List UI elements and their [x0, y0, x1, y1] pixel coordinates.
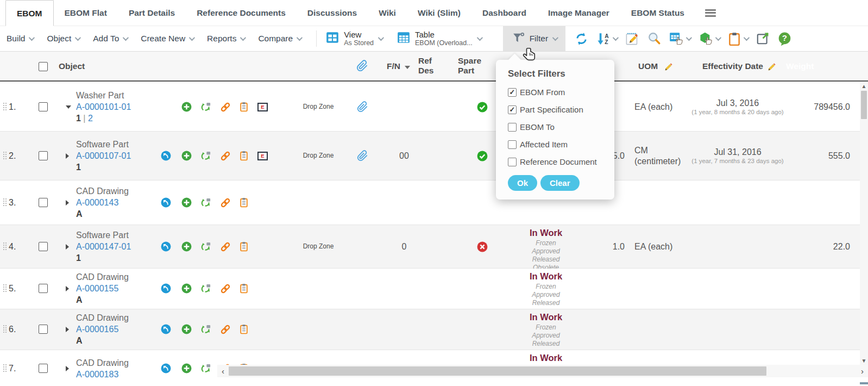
notes-icon[interactable]	[239, 151, 249, 161]
tab-wiki-slim-[interactable]: Wiki (Slim)	[407, 0, 471, 26]
column-header-effectivity-date[interactable]: Effectivity Date	[702, 61, 763, 71]
menu-object[interactable]: Object	[47, 34, 79, 43]
vertical-scrollbar[interactable]: ▲ ▼	[860, 82, 868, 365]
expand-icon[interactable]	[66, 200, 69, 206]
add-item-icon[interactable]	[181, 197, 192, 208]
object-name-link[interactable]: A-0000165	[76, 323, 129, 335]
go-to-icon[interactable]	[161, 324, 171, 334]
filter-button[interactable]: Filter	[503, 26, 565, 51]
drop-zone[interactable]: Drop Zone	[298, 242, 339, 250]
attachment-column-icon[interactable]	[356, 60, 368, 74]
notes-icon[interactable]	[239, 241, 249, 252]
drag-handle-icon[interactable]	[3, 325, 4, 326]
unchecked-checkbox[interactable]	[508, 140, 517, 149]
expand-icon[interactable]	[66, 286, 69, 291]
checked-checkbox[interactable]: ✓	[508, 88, 517, 97]
object-name-link[interactable]: A-0000147-01	[76, 241, 131, 252]
edit-column-pencil-icon[interactable]	[664, 63, 673, 74]
tab-ebom[interactable]: EBOM	[5, 0, 54, 26]
expand-icon[interactable]	[66, 327, 69, 332]
checked-checkbox[interactable]: ✓	[508, 105, 517, 114]
connect-icon[interactable]	[220, 102, 230, 112]
expand-icon[interactable]	[66, 366, 69, 371]
notes-icon[interactable]	[239, 197, 249, 208]
expand-icon[interactable]	[66, 244, 69, 250]
open-window-button[interactable]	[756, 32, 770, 46]
filter-option[interactable]: Reference Document	[508, 157, 608, 166]
object-name-link[interactable]: A-0000155	[76, 283, 129, 294]
horizontal-scroll-thumb[interactable]	[229, 366, 766, 376]
replace-icon[interactable]	[201, 197, 211, 208]
tab-part-details[interactable]: Part Details	[118, 0, 186, 26]
go-to-icon[interactable]	[161, 241, 171, 252]
column-header-fn[interactable]: F/N	[387, 61, 410, 71]
tab-ebom-status[interactable]: EBOM Status	[620, 0, 695, 26]
tab-ebom-flat[interactable]: EBOM Flat	[54, 0, 118, 26]
unchecked-checkbox[interactable]	[508, 123, 517, 132]
row-checkbox[interactable]	[39, 242, 48, 251]
drag-handle-icon[interactable]	[3, 103, 4, 104]
drag-handle-icon[interactable]	[3, 152, 4, 153]
replace-icon[interactable]	[201, 283, 211, 294]
notes-icon[interactable]	[239, 324, 249, 334]
filter-option[interactable]: ✓EBOM From	[508, 88, 608, 97]
tab-image-manager[interactable]: Image Manager	[537, 0, 620, 26]
expand-icon[interactable]	[66, 153, 69, 159]
menu-compare[interactable]: Compare	[258, 34, 301, 43]
unchecked-checkbox[interactable]	[508, 158, 517, 166]
connect-icon[interactable]	[220, 283, 230, 294]
go-to-icon[interactable]	[161, 283, 171, 294]
edit-column-pencil-icon[interactable]	[767, 63, 776, 74]
horizontal-scrollbar[interactable]: ‹ ›	[217, 365, 868, 377]
attachment-icon[interactable]	[357, 150, 368, 164]
scroll-down-icon[interactable]: ▼	[861, 356, 867, 365]
drag-handle-icon[interactable]	[3, 198, 4, 200]
edit-button[interactable]	[625, 32, 639, 46]
tab-reference-documents[interactable]: Reference Documents	[186, 0, 297, 26]
help-button[interactable]: ?	[777, 32, 792, 46]
refresh-button[interactable]	[574, 32, 589, 46]
column-header-object[interactable]: Object	[59, 61, 85, 71]
add-item-icon[interactable]	[181, 283, 192, 294]
connect-icon[interactable]	[220, 151, 230, 161]
connect-icon[interactable]	[220, 324, 230, 334]
view-selector[interactable]: View As Stored	[325, 30, 382, 47]
menu-reports[interactable]: Reports	[207, 34, 244, 43]
tab-dashboard[interactable]: Dashboard	[471, 0, 537, 26]
object-name-link[interactable]: A-0000101-01	[76, 101, 131, 113]
collapse-icon[interactable]	[66, 105, 71, 109]
add-item-icon[interactable]	[181, 102, 192, 112]
filter-option[interactable]: ✓Part Specification	[508, 105, 608, 114]
tabs-overflow-menu-icon[interactable]	[705, 9, 716, 17]
replace-icon[interactable]	[201, 102, 211, 112]
apply-action-button[interactable]	[698, 32, 720, 46]
select-columns-button[interactable]	[669, 32, 690, 46]
object-name-link[interactable]: A-0000107-01	[76, 150, 131, 161]
replace-icon[interactable]	[201, 241, 211, 252]
sort-descending-icon[interactable]	[405, 66, 410, 69]
object-name-link[interactable]: A-0000183	[76, 369, 129, 380]
column-header-ref-des[interactable]: Ref Des	[418, 56, 443, 76]
table-selector[interactable]: Table EBOM (Overload...	[397, 30, 481, 47]
replace-icon[interactable]	[201, 324, 211, 334]
attachment-icon[interactable]	[357, 101, 368, 115]
drop-zone[interactable]: Drop Zone	[298, 103, 339, 110]
connect-icon[interactable]	[220, 241, 230, 252]
add-item-icon[interactable]	[181, 363, 192, 373]
row-checkbox[interactable]	[39, 325, 48, 334]
filter-option[interactable]: Affected Item	[508, 140, 608, 149]
drag-handle-icon[interactable]	[3, 242, 4, 244]
object-name-link[interactable]: A-0000143	[76, 197, 129, 208]
row-checkbox[interactable]	[39, 102, 48, 111]
row-checkbox[interactable]	[39, 364, 48, 373]
ebom-type-icon[interactable]: E	[257, 103, 268, 111]
ok-button[interactable]: Ok	[508, 175, 537, 191]
vertical-scroll-thumb[interactable]	[861, 91, 867, 119]
replace-icon[interactable]	[201, 151, 211, 161]
column-header-weight[interactable]: Weight	[786, 61, 814, 71]
drag-handle-icon[interactable]	[3, 364, 4, 365]
tab-wiki[interactable]: Wiki	[368, 0, 407, 26]
scroll-right-icon[interactable]: ›	[857, 366, 868, 376]
add-item-icon[interactable]	[181, 324, 192, 334]
replace-icon[interactable]	[201, 363, 211, 373]
